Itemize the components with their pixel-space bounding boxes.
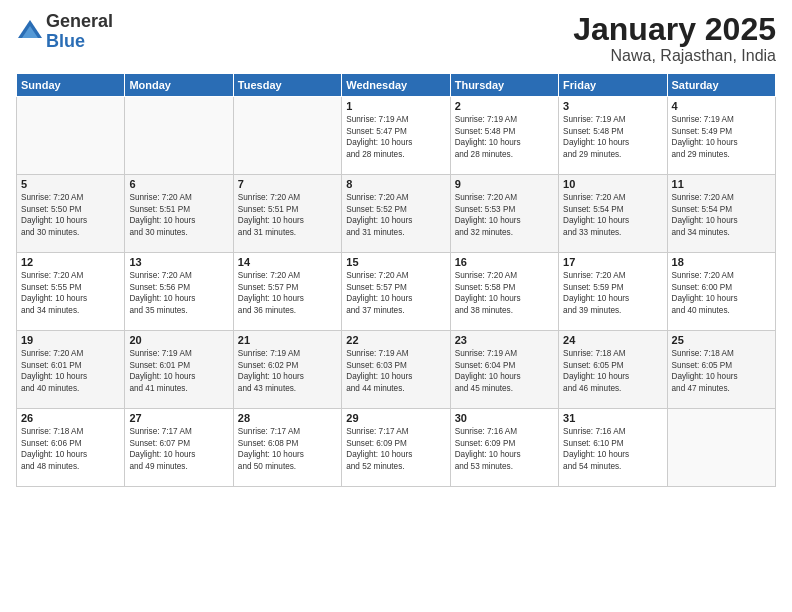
calendar-table: Sunday Monday Tuesday Wednesday Thursday…	[16, 73, 776, 487]
day-number: 15	[346, 256, 445, 268]
day-number: 20	[129, 334, 228, 346]
calendar-row: 26Sunrise: 7:18 AM Sunset: 6:06 PM Dayli…	[17, 409, 776, 487]
day-info: Sunrise: 7:19 AM Sunset: 5:49 PM Dayligh…	[672, 114, 771, 160]
table-row: 23Sunrise: 7:19 AM Sunset: 6:04 PM Dayli…	[450, 331, 558, 409]
table-row: 22Sunrise: 7:19 AM Sunset: 6:03 PM Dayli…	[342, 331, 450, 409]
table-row: 9Sunrise: 7:20 AM Sunset: 5:53 PM Daylig…	[450, 175, 558, 253]
logo-general-text: General	[46, 12, 113, 32]
day-info: Sunrise: 7:20 AM Sunset: 5:53 PM Dayligh…	[455, 192, 554, 238]
day-number: 12	[21, 256, 120, 268]
day-number: 18	[672, 256, 771, 268]
table-row	[125, 97, 233, 175]
header-friday: Friday	[559, 74, 667, 97]
day-info: Sunrise: 7:20 AM Sunset: 5:52 PM Dayligh…	[346, 192, 445, 238]
day-info: Sunrise: 7:17 AM Sunset: 6:08 PM Dayligh…	[238, 426, 337, 472]
day-number: 7	[238, 178, 337, 190]
day-number: 31	[563, 412, 662, 424]
header-wednesday: Wednesday	[342, 74, 450, 97]
table-row: 7Sunrise: 7:20 AM Sunset: 5:51 PM Daylig…	[233, 175, 341, 253]
table-row: 26Sunrise: 7:18 AM Sunset: 6:06 PM Dayli…	[17, 409, 125, 487]
table-row: 18Sunrise: 7:20 AM Sunset: 6:00 PM Dayli…	[667, 253, 775, 331]
calendar-row: 19Sunrise: 7:20 AM Sunset: 6:01 PM Dayli…	[17, 331, 776, 409]
day-info: Sunrise: 7:20 AM Sunset: 5:57 PM Dayligh…	[346, 270, 445, 316]
day-info: Sunrise: 7:20 AM Sunset: 6:01 PM Dayligh…	[21, 348, 120, 394]
header: General Blue January 2025 Nawa, Rajastha…	[16, 12, 776, 65]
day-info: Sunrise: 7:18 AM Sunset: 6:05 PM Dayligh…	[563, 348, 662, 394]
logo-text: General Blue	[46, 12, 113, 52]
day-info: Sunrise: 7:20 AM Sunset: 5:57 PM Dayligh…	[238, 270, 337, 316]
day-info: Sunrise: 7:20 AM Sunset: 6:00 PM Dayligh…	[672, 270, 771, 316]
header-sunday: Sunday	[17, 74, 125, 97]
table-row: 25Sunrise: 7:18 AM Sunset: 6:05 PM Dayli…	[667, 331, 775, 409]
day-number: 9	[455, 178, 554, 190]
table-row: 1Sunrise: 7:19 AM Sunset: 5:47 PM Daylig…	[342, 97, 450, 175]
calendar-header: Sunday Monday Tuesday Wednesday Thursday…	[17, 74, 776, 97]
day-number: 17	[563, 256, 662, 268]
table-row: 15Sunrise: 7:20 AM Sunset: 5:57 PM Dayli…	[342, 253, 450, 331]
day-info: Sunrise: 7:20 AM Sunset: 5:59 PM Dayligh…	[563, 270, 662, 316]
table-row: 5Sunrise: 7:20 AM Sunset: 5:50 PM Daylig…	[17, 175, 125, 253]
logo-icon	[16, 18, 44, 46]
day-info: Sunrise: 7:20 AM Sunset: 5:58 PM Dayligh…	[455, 270, 554, 316]
calendar-row: 12Sunrise: 7:20 AM Sunset: 5:55 PM Dayli…	[17, 253, 776, 331]
table-row: 14Sunrise: 7:20 AM Sunset: 5:57 PM Dayli…	[233, 253, 341, 331]
table-row: 24Sunrise: 7:18 AM Sunset: 6:05 PM Dayli…	[559, 331, 667, 409]
day-number: 24	[563, 334, 662, 346]
header-thursday: Thursday	[450, 74, 558, 97]
table-row	[17, 97, 125, 175]
day-number: 1	[346, 100, 445, 112]
header-tuesday: Tuesday	[233, 74, 341, 97]
day-info: Sunrise: 7:20 AM Sunset: 5:56 PM Dayligh…	[129, 270, 228, 316]
table-row: 6Sunrise: 7:20 AM Sunset: 5:51 PM Daylig…	[125, 175, 233, 253]
table-row: 28Sunrise: 7:17 AM Sunset: 6:08 PM Dayli…	[233, 409, 341, 487]
day-number: 2	[455, 100, 554, 112]
day-number: 21	[238, 334, 337, 346]
table-row: 3Sunrise: 7:19 AM Sunset: 5:48 PM Daylig…	[559, 97, 667, 175]
table-row: 12Sunrise: 7:20 AM Sunset: 5:55 PM Dayli…	[17, 253, 125, 331]
calendar-row: 5Sunrise: 7:20 AM Sunset: 5:50 PM Daylig…	[17, 175, 776, 253]
day-number: 13	[129, 256, 228, 268]
day-number: 4	[672, 100, 771, 112]
day-number: 5	[21, 178, 120, 190]
table-row: 21Sunrise: 7:19 AM Sunset: 6:02 PM Dayli…	[233, 331, 341, 409]
table-row: 30Sunrise: 7:16 AM Sunset: 6:09 PM Dayli…	[450, 409, 558, 487]
day-info: Sunrise: 7:19 AM Sunset: 6:03 PM Dayligh…	[346, 348, 445, 394]
table-row: 2Sunrise: 7:19 AM Sunset: 5:48 PM Daylig…	[450, 97, 558, 175]
table-row: 20Sunrise: 7:19 AM Sunset: 6:01 PM Dayli…	[125, 331, 233, 409]
table-row: 10Sunrise: 7:20 AM Sunset: 5:54 PM Dayli…	[559, 175, 667, 253]
day-number: 26	[21, 412, 120, 424]
table-row: 17Sunrise: 7:20 AM Sunset: 5:59 PM Dayli…	[559, 253, 667, 331]
day-info: Sunrise: 7:19 AM Sunset: 5:48 PM Dayligh…	[563, 114, 662, 160]
calendar-body: 1Sunrise: 7:19 AM Sunset: 5:47 PM Daylig…	[17, 97, 776, 487]
day-info: Sunrise: 7:19 AM Sunset: 5:48 PM Dayligh…	[455, 114, 554, 160]
day-info: Sunrise: 7:20 AM Sunset: 5:54 PM Dayligh…	[672, 192, 771, 238]
day-info: Sunrise: 7:20 AM Sunset: 5:51 PM Dayligh…	[129, 192, 228, 238]
title-block: January 2025 Nawa, Rajasthan, India	[573, 12, 776, 65]
day-info: Sunrise: 7:19 AM Sunset: 6:01 PM Dayligh…	[129, 348, 228, 394]
table-row: 31Sunrise: 7:16 AM Sunset: 6:10 PM Dayli…	[559, 409, 667, 487]
day-info: Sunrise: 7:18 AM Sunset: 6:05 PM Dayligh…	[672, 348, 771, 394]
day-info: Sunrise: 7:20 AM Sunset: 5:50 PM Dayligh…	[21, 192, 120, 238]
page: General Blue January 2025 Nawa, Rajastha…	[0, 0, 792, 612]
day-info: Sunrise: 7:19 AM Sunset: 6:04 PM Dayligh…	[455, 348, 554, 394]
day-number: 27	[129, 412, 228, 424]
table-row: 19Sunrise: 7:20 AM Sunset: 6:01 PM Dayli…	[17, 331, 125, 409]
day-number: 6	[129, 178, 228, 190]
day-number: 16	[455, 256, 554, 268]
table-row	[667, 409, 775, 487]
day-number: 22	[346, 334, 445, 346]
calendar-title: January 2025	[573, 12, 776, 47]
day-number: 3	[563, 100, 662, 112]
table-row: 8Sunrise: 7:20 AM Sunset: 5:52 PM Daylig…	[342, 175, 450, 253]
day-info: Sunrise: 7:19 AM Sunset: 6:02 PM Dayligh…	[238, 348, 337, 394]
table-row: 27Sunrise: 7:17 AM Sunset: 6:07 PM Dayli…	[125, 409, 233, 487]
day-number: 19	[21, 334, 120, 346]
day-info: Sunrise: 7:17 AM Sunset: 6:07 PM Dayligh…	[129, 426, 228, 472]
day-number: 23	[455, 334, 554, 346]
calendar-subtitle: Nawa, Rajasthan, India	[573, 47, 776, 65]
day-info: Sunrise: 7:17 AM Sunset: 6:09 PM Dayligh…	[346, 426, 445, 472]
table-row: 13Sunrise: 7:20 AM Sunset: 5:56 PM Dayli…	[125, 253, 233, 331]
table-row	[233, 97, 341, 175]
table-row: 4Sunrise: 7:19 AM Sunset: 5:49 PM Daylig…	[667, 97, 775, 175]
day-number: 8	[346, 178, 445, 190]
